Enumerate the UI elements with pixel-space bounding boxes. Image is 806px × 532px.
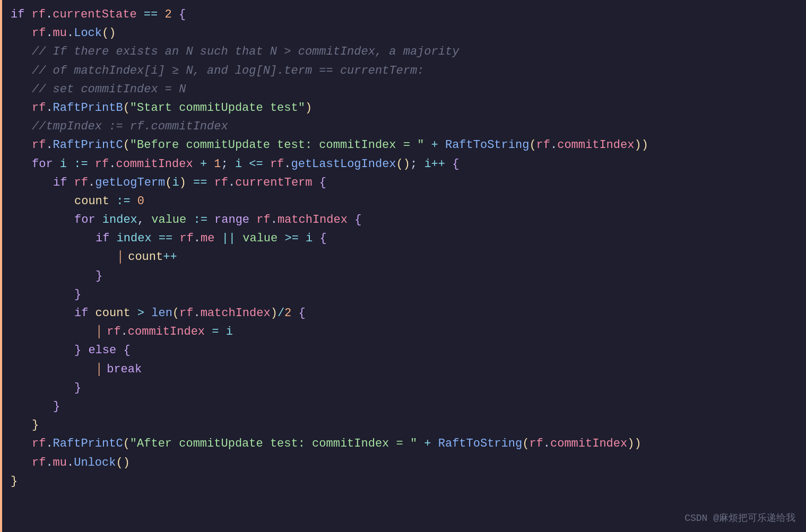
code-line-18: │rf.commitIndex = i xyxy=(11,322,795,341)
code-line-7: //tmpIndex := rf.commitIndex xyxy=(11,117,795,136)
field-currentState: currentState xyxy=(53,5,136,24)
code-line-25: rf.mu.Unlock() xyxy=(11,453,795,472)
code-line-11: count := 0 xyxy=(11,192,795,211)
code-line-22: } xyxy=(11,397,795,416)
code-line-6: rf.RaftPrintB("Start commitUpdate test") xyxy=(11,99,795,117)
code-line-17: if count > len(rf.matchIndex)/2 { xyxy=(11,304,795,322)
watermark: CSDN @麻烦把可乐递给我 xyxy=(684,511,795,524)
code-line-1: if rf.currentState == 2 { xyxy=(11,5,795,24)
code-line-20: │break xyxy=(11,360,795,379)
code-line-3: // If there exists an N such that N > co… xyxy=(11,42,795,61)
code-line-13: if index == rf.me || value >= i { xyxy=(11,229,795,248)
code-line-12: for index, value := range rf.matchIndex … xyxy=(11,211,795,229)
code-block: if rf.currentState == 2 { rf.mu.Lock() /… xyxy=(0,5,806,491)
left-border xyxy=(0,0,2,532)
rf: rf xyxy=(32,5,46,24)
code-line-14: │count++ xyxy=(11,248,795,266)
code-line-24: rf.RaftPrintC("After commitUpdate test: … xyxy=(11,434,795,453)
code-line-10: if rf.getLogTerm(i) == rf.currentTerm { xyxy=(11,173,795,192)
code-line-26: } xyxy=(11,472,795,491)
code-line-23: } xyxy=(11,416,795,434)
code-line-5: // set commitIndex = N xyxy=(11,80,795,99)
kw-if: if xyxy=(11,5,32,24)
code-line-8: rf.RaftPrintC("Before commitUpdate test:… xyxy=(11,136,795,154)
code-container: if rf.currentState == 2 { rf.mu.Lock() /… xyxy=(0,0,806,532)
code-line-21: } xyxy=(11,379,795,397)
code-line-16: } xyxy=(11,285,795,304)
code-line-2: rf.mu.Lock() xyxy=(11,24,795,42)
code-line-9: for i := rf.commitIndex + 1; i <= rf.get… xyxy=(11,155,795,173)
code-line-4: // of matchIndex[i] ≥ N, and log[N].term… xyxy=(11,62,795,80)
code-line-19: } else { xyxy=(11,341,795,360)
code-line-15: } xyxy=(11,267,795,285)
